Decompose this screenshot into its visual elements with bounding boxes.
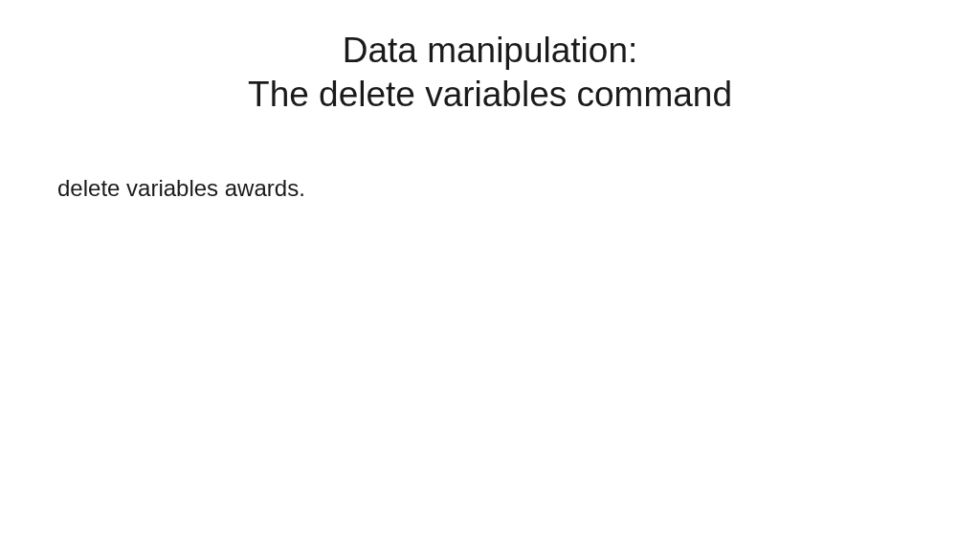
slide-container: Data manipulation: The delete variables … — [0, 0, 980, 551]
slide-body-text: delete variables awards. — [57, 175, 923, 202]
slide-title-line-2: The delete variables command — [57, 73, 923, 117]
slide-title-line-1: Data manipulation: — [57, 29, 923, 73]
slide-title-block: Data manipulation: The delete variables … — [57, 29, 923, 118]
